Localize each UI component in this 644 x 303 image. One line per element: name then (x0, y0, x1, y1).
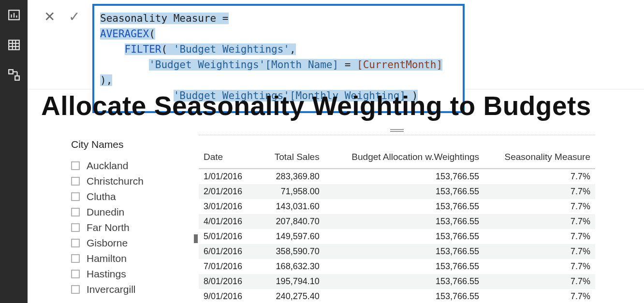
checkbox-icon[interactable] (71, 285, 80, 294)
cell-date: 5/01/2016 (199, 229, 261, 244)
model-view-icon[interactable] (8, 69, 20, 81)
cell-season: 7.7% (484, 274, 595, 289)
svg-rect-9 (9, 70, 13, 74)
data-view-icon[interactable] (8, 39, 20, 51)
table-row: 6/01/2016358,590.70153,766.557.7% (199, 244, 595, 259)
slicer-item[interactable]: Hastings (71, 266, 197, 282)
slicer-item[interactable]: Christchurch (71, 173, 197, 189)
svg-rect-10 (15, 76, 19, 80)
cell-date: 2/01/2016 (199, 184, 261, 199)
slicer-item-label: Dunedin (87, 206, 124, 218)
cell-budget: 153,766.55 (324, 229, 484, 244)
cell-season: 7.7% (484, 289, 595, 303)
cell-season: 7.7% (484, 199, 595, 214)
cell-season: 7.7% (484, 229, 595, 244)
cell-season: 7.7% (484, 244, 595, 259)
cell-sales: 149,597.60 (261, 229, 324, 244)
table-row: 1/01/2016283,369.80153,766.557.7% (199, 169, 595, 184)
slicer-item-label: Invercargill (87, 284, 136, 295)
cell-budget: 153,766.55 (324, 169, 484, 184)
cell-budget: 153,766.55 (324, 184, 484, 199)
cell-date: 4/01/2016 (199, 214, 261, 229)
table-row: 7/01/2016168,632.30153,766.557.7% (199, 259, 595, 274)
cell-season: 7.7% (484, 184, 595, 199)
slicer-item-label: Hastings (87, 268, 126, 280)
cancel-formula-button[interactable]: ✕ (44, 9, 55, 25)
slicer-item-label: Auckland (87, 160, 128, 172)
main-area: ✕ ✓ Seasonality Measure = AVERAGEX( FILT… (28, 0, 644, 303)
cell-budget: 153,766.55 (324, 214, 484, 229)
cell-date: 8/01/2016 (199, 274, 261, 289)
slicer-item-label: Gisborne (87, 237, 128, 249)
slicer-item[interactable]: Clutha (71, 189, 197, 204)
cell-season: 7.7% (484, 169, 595, 184)
cell-sales: 71,958.00 (261, 184, 324, 199)
checkbox-icon[interactable] (71, 161, 80, 170)
checkbox-icon[interactable] (71, 254, 80, 263)
col-header-budget[interactable]: Budget Allocation w.Weightings (324, 149, 484, 169)
cell-date: 7/01/2016 (199, 259, 261, 274)
slicer-item-label: Christchurch (87, 175, 144, 187)
cell-budget: 153,766.55 (324, 274, 484, 289)
cell-budget: 153,766.55 (324, 244, 484, 259)
formula-text: S (100, 13, 106, 24)
col-header-sales[interactable]: Total Sales (261, 149, 324, 169)
table-row: 2/01/201671,958.00153,766.557.7% (199, 184, 595, 199)
cell-budget: 153,766.55 (324, 289, 484, 303)
slicer-item[interactable]: Auckland (71, 158, 197, 173)
table-row: 3/01/2016143,031.60153,766.557.7% (199, 199, 595, 214)
commit-formula-button[interactable]: ✓ (69, 9, 80, 25)
cell-date: 1/01/2016 (199, 169, 261, 184)
cell-date: 9/01/2016 (199, 289, 261, 303)
svg-rect-4 (9, 40, 19, 50)
checkbox-icon[interactable] (71, 208, 80, 216)
cell-sales: 358,590.70 (261, 244, 324, 259)
cell-sales: 283,369.80 (261, 169, 324, 184)
table-row: 8/01/2016195,794.10153,766.557.7% (199, 274, 595, 289)
checkbox-icon[interactable] (71, 270, 80, 278)
nav-rail (0, 0, 28, 303)
cell-budget: 153,766.55 (324, 199, 484, 214)
checkbox-icon[interactable] (71, 223, 80, 232)
table-row: 5/01/2016149,597.60153,766.557.7% (199, 229, 595, 244)
visual-resize-handle[interactable] (194, 234, 198, 243)
table-visual[interactable]: Date Total Sales Budget Allocation w.Wei… (199, 129, 595, 303)
slicer-item[interactable]: Gisborne (71, 235, 197, 251)
formula-bar: ✕ ✓ Seasonality Measure = AVERAGEX( FILT… (28, 0, 644, 89)
slicer-item-label: Clutha (87, 191, 116, 202)
cell-sales: 240,275.40 (261, 289, 324, 303)
slicer-item[interactable]: Hamilton (71, 251, 197, 266)
slicer-title: City Names (71, 139, 197, 150)
data-table: Date Total Sales Budget Allocation w.Wei… (199, 149, 595, 303)
table-row: 4/01/2016207,840.70153,766.557.7% (199, 214, 595, 229)
slicer-item[interactable]: Invercargill (71, 282, 197, 297)
col-header-date[interactable]: Date (199, 149, 261, 169)
cell-sales: 195,794.10 (261, 274, 324, 289)
cell-budget: 153,766.55 (324, 259, 484, 274)
cell-sales: 143,031.60 (261, 199, 324, 214)
checkbox-icon[interactable] (71, 177, 80, 186)
city-slicer: City Names AucklandChristchurchCluthaDun… (28, 129, 197, 303)
checkbox-icon[interactable] (71, 192, 80, 201)
cell-sales: 168,632.30 (261, 259, 324, 274)
cell-season: 7.7% (484, 259, 595, 274)
cell-season: 7.7% (484, 214, 595, 229)
checkbox-icon[interactable] (71, 239, 80, 247)
report-view-icon[interactable] (8, 9, 20, 21)
page-title: Allocate Seasonality Weighting to Budget… (28, 89, 644, 121)
slicer-item-label: Hamilton (87, 253, 127, 264)
cell-sales: 207,840.70 (261, 214, 324, 229)
cell-date: 6/01/2016 (199, 244, 261, 259)
slicer-item-label: Far North (87, 222, 130, 233)
col-header-season[interactable]: Seasonality Measure (484, 149, 595, 169)
slicer-item[interactable]: Dunedin (71, 204, 197, 220)
cell-date: 3/01/2016 (199, 199, 261, 214)
table-row: 9/01/2016240,275.40153,766.557.7% (199, 289, 595, 303)
slicer-item[interactable]: Far North (71, 220, 197, 235)
visual-move-handle[interactable] (390, 129, 404, 132)
